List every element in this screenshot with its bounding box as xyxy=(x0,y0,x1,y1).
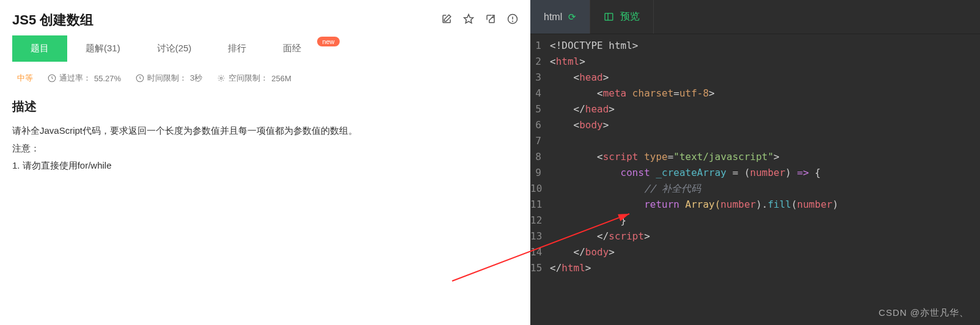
editor-tab-bar: html ⟳ 预览 xyxy=(530,0,980,34)
svg-point-3 xyxy=(513,21,513,21)
refresh-icon[interactable]: ⟳ xyxy=(568,12,576,23)
svg-rect-7 xyxy=(605,13,613,20)
edit-icon[interactable] xyxy=(441,13,452,27)
clock-icon xyxy=(48,74,56,82)
tab-problem[interactable]: 题目 xyxy=(12,35,67,62)
tab-ranking[interactable]: 排行 xyxy=(210,35,265,62)
description-body: 请补全JavaScript代码，要求返回一个长度为参数值并且每一项值都为参数值的… xyxy=(0,122,530,175)
layout-icon xyxy=(604,12,614,22)
gear-icon xyxy=(217,74,225,82)
share-icon[interactable] xyxy=(485,13,496,27)
svg-marker-0 xyxy=(464,14,474,23)
watermark: CSDN @亦世凡华、 xyxy=(879,307,969,319)
time-limit: 时间限制：3秒 xyxy=(136,73,202,84)
star-icon[interactable] xyxy=(463,13,474,27)
editor-tab-html[interactable]: html ⟳ xyxy=(530,0,590,34)
new-badge: new xyxy=(317,37,339,46)
description-heading: 描述 xyxy=(0,92,530,122)
meta-row: 中等 通过率：55.27% 时间限制：3秒 空间限制：256M xyxy=(0,62,530,92)
space-limit: 空间限制：256M xyxy=(217,73,291,84)
page-title: JS5 创建数组 xyxy=(12,11,93,29)
svg-point-6 xyxy=(221,77,223,79)
editor-tab-preview[interactable]: 预览 xyxy=(590,0,654,34)
tab-solutions[interactable]: 题解(31) xyxy=(67,35,139,62)
clock-icon xyxy=(136,74,144,82)
header-row: JS5 创建数组 xyxy=(0,0,530,35)
desc-line: 注意： xyxy=(12,140,518,158)
tab-bar: 题目 题解(31) 讨论(25) 排行 面经 new xyxy=(0,35,530,62)
difficulty-label: 中等 xyxy=(17,73,33,84)
desc-line: 请补全JavaScript代码，要求返回一个长度为参数值并且每一项值都为参数值的… xyxy=(12,122,518,140)
desc-line: 1. 请勿直接使用for/while xyxy=(12,157,518,175)
problem-panel: JS5 创建数组 题目 题解(31) 讨论(25) 排行 面经 new 中等 通… xyxy=(0,0,530,325)
code-editor[interactable]: 1<!DOCTYPE html> 2<html> 3 <head> 4 <met… xyxy=(530,34,980,325)
tab-discuss[interactable]: 讨论(25) xyxy=(139,35,210,62)
info-icon[interactable] xyxy=(507,13,518,27)
pass-rate: 通过率：55.27% xyxy=(48,73,121,84)
editor-panel: html ⟳ 预览 1<!DOCTYPE html> 2<html> 3 <he… xyxy=(530,0,980,325)
header-actions xyxy=(441,13,518,27)
tab-interview[interactable]: 面经 xyxy=(265,35,320,62)
